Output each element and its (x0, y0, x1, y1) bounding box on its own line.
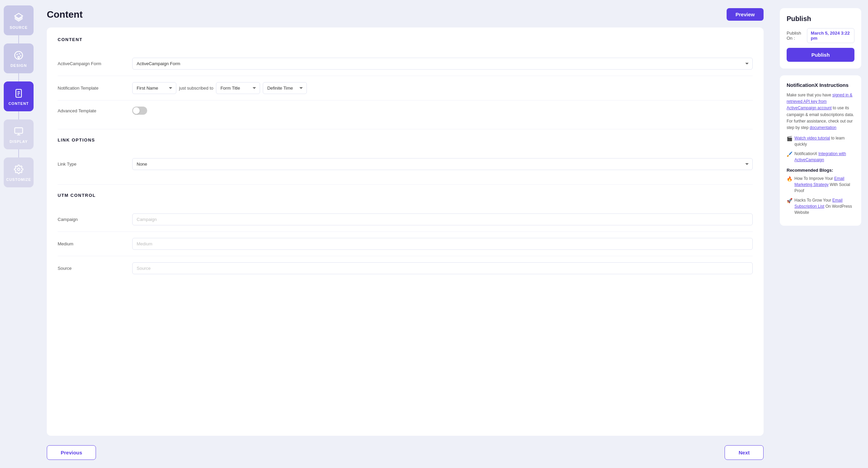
video-tutorial-item: 🎬 Watch video tutorial to learn quickly (787, 135, 854, 147)
bottom-nav: Previous Next (47, 443, 764, 460)
campaign-input[interactable] (132, 213, 753, 225)
api-key-link[interactable]: signed in & retrieved API key from Activ… (787, 93, 852, 110)
utm-section: UTM CONTROL Campaign Medium (58, 193, 753, 280)
blog2-emoji: 🚀 (787, 197, 792, 204)
integration-text: NotificationX Integration with ActiveCam… (794, 151, 854, 163)
svg-point-2 (17, 54, 18, 55)
preview-button[interactable]: Preview (727, 8, 764, 21)
connector-3 (18, 111, 19, 119)
sidebar-item-label-customize: CUSTOMIZE (6, 177, 31, 182)
publish-on-label: Publish On : (787, 31, 807, 41)
content-section-heading: CONTENT (58, 37, 753, 42)
document-icon (13, 87, 25, 99)
svg-point-12 (18, 168, 20, 171)
activecampaign-label: ActiveCampaign Form (58, 61, 132, 66)
publish-box: Publish Publish On : March 5, 2024 3:22 … (780, 8, 861, 69)
svg-point-4 (20, 55, 21, 56)
previous-button[interactable]: Previous (47, 445, 96, 460)
link-options-heading: LINK OPTIONS (58, 137, 753, 143)
sidebar-item-design[interactable]: DESIGN (4, 43, 34, 73)
notif-form-title-select[interactable]: Form Title (216, 82, 260, 94)
advanced-toggle-wrap[interactable] (132, 107, 147, 115)
blog1-emoji: 🔥 (787, 175, 792, 183)
sidebar-item-label-content: CONTENT (8, 101, 29, 106)
medium-label: Medium (58, 241, 132, 246)
activecampaign-row: ActiveCampaign Form ActiveCampaign Form (58, 52, 753, 76)
link-options-section: LINK OPTIONS Link Type None (58, 137, 753, 176)
link-type-control: None (132, 158, 753, 170)
advanced-template-row: Advanced Template (58, 100, 753, 121)
sidebar-item-customize[interactable]: CUSTOMIZE (4, 157, 34, 187)
connector-4 (18, 149, 19, 157)
sidebar-item-display[interactable]: DISPLAY (4, 119, 34, 149)
notification-label: Notification Template (58, 86, 132, 91)
activecampaign-select[interactable]: ActiveCampaign Form (132, 58, 753, 70)
content-section: CONTENT ActiveCampaign Form ActiveCampai… (58, 37, 753, 121)
blog1-link[interactable]: Email Marketing Strategy (794, 176, 844, 187)
sidebar-item-label-display: DISPLAY (9, 139, 28, 144)
source-label: Source (58, 266, 132, 271)
svg-rect-9 (15, 128, 22, 133)
advanced-toggle[interactable] (132, 107, 147, 115)
publish-date-row: Publish On : March 5, 2024 3:22 pm (787, 28, 854, 43)
activecampaign-control: ActiveCampaign Form (132, 58, 753, 70)
notif-first-name-select[interactable]: First Name (132, 82, 176, 94)
toggle-knob (133, 107, 140, 114)
medium-row: Medium (58, 232, 753, 256)
next-button[interactable]: Next (725, 445, 764, 460)
notification-controls: First Name just subscribed to Form Title… (132, 82, 753, 94)
link-type-label: Link Type (58, 162, 132, 167)
instructions-box: NotificationX Instructions Make sure tha… (780, 75, 861, 226)
campaign-control (132, 213, 753, 225)
right-sidebar: Publish Publish On : March 5, 2024 3:22 … (773, 0, 868, 468)
campaign-label: Campaign (58, 217, 132, 222)
blog2-link[interactable]: Email Subscription List (794, 198, 843, 209)
documentation-link[interactable]: documentation (810, 125, 836, 130)
instructions-body: Make sure that you have signed in & retr… (787, 92, 854, 131)
sidebar: SOURCE DESIGN CONTENT (0, 0, 37, 468)
recommended-title: Recommended Blogs: (787, 168, 854, 173)
main-wrap: Content Preview CONTENT ActiveCampaign F… (37, 0, 868, 468)
connector-2 (18, 73, 19, 81)
gear-icon (13, 163, 25, 175)
video-tutorial-link[interactable]: Watch video tutorial (794, 136, 830, 141)
advanced-label: Advanced Template (58, 108, 132, 113)
connector-1 (18, 35, 19, 43)
notification-template-row: Notification Template First Name just su… (58, 76, 753, 100)
link-type-select[interactable]: None (132, 158, 753, 170)
monitor-icon (13, 125, 25, 137)
publish-button[interactable]: Publish (787, 48, 854, 62)
integration-link[interactable]: Integration with ActiveCampaign (794, 151, 846, 162)
content-panel: Content Preview CONTENT ActiveCampaign F… (37, 0, 773, 468)
medium-input[interactable] (132, 238, 753, 250)
page-title: Content (47, 9, 83, 20)
integration-item: 🖌️ NotificationX Integration with Active… (787, 151, 854, 163)
palette-icon (13, 49, 25, 61)
blog-1: 🔥 How To Improve Your Email Marketing St… (787, 175, 854, 194)
source-control (132, 262, 753, 274)
integration-emoji: 🖌️ (787, 151, 792, 158)
svg-point-3 (19, 53, 20, 55)
video-emoji: 🎬 (787, 135, 792, 142)
sidebar-item-label-design: DESIGN (11, 63, 27, 68)
publish-date-value: March 5, 2024 3:22 pm (807, 28, 854, 43)
link-type-row: Link Type None (58, 152, 753, 176)
source-row: Source (58, 256, 753, 280)
sidebar-item-content[interactable]: CONTENT (4, 81, 34, 111)
divider-2 (58, 184, 753, 185)
blog-2: 🚀 Hacks To Grow Your Email Subscription … (787, 197, 854, 216)
video-tutorial-text: Watch video tutorial to learn quickly (794, 135, 854, 147)
notif-time-select[interactable]: Definite Time (263, 82, 307, 94)
source-input[interactable] (132, 262, 753, 274)
blog2-text: Hacks To Grow Your Email Subscription Li… (794, 197, 854, 216)
utm-heading: UTM CONTROL (58, 193, 753, 198)
medium-control (132, 238, 753, 250)
advanced-control (132, 107, 753, 115)
sidebar-item-source[interactable]: SOURCE (4, 5, 34, 35)
divider-1 (58, 129, 753, 129)
publish-title: Publish (787, 15, 854, 23)
svg-point-1 (15, 51, 22, 59)
sidebar-item-label-source: SOURCE (9, 25, 27, 30)
blog1-text: How To Improve Your Email Marketing Stra… (794, 175, 854, 194)
notif-subscribed-text: just subscribed to (179, 86, 213, 91)
